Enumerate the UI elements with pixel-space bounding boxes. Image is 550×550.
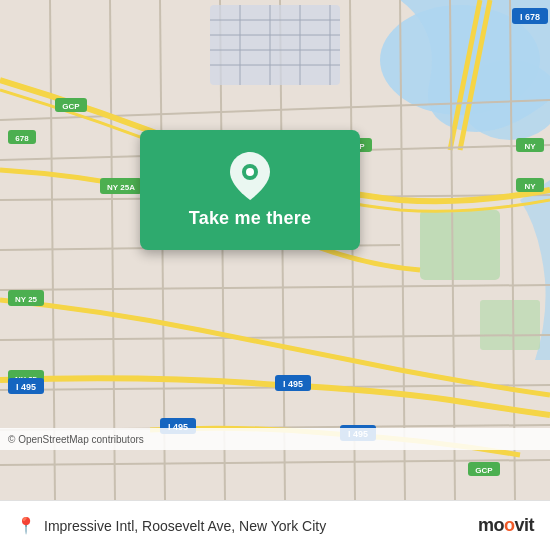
attribution-text: © OpenStreetMap contributors <box>8 434 144 445</box>
svg-text:GCP: GCP <box>475 466 493 475</box>
svg-rect-4 <box>480 300 540 350</box>
svg-text:678: 678 <box>15 134 29 143</box>
svg-text:NY: NY <box>524 182 536 191</box>
svg-text:I 678: I 678 <box>520 12 540 22</box>
svg-text:NY: NY <box>524 142 536 151</box>
footer-location-text: Impressive Intl, Roosevelt Ave, New York… <box>44 518 326 534</box>
attribution-bar: © OpenStreetMap contributors <box>0 428 550 450</box>
cta-button-label: Take me there <box>189 208 311 229</box>
svg-rect-53 <box>210 5 340 85</box>
map-container: I 495 I 495 I 495 I 678 NY 25 NY 25 NY 2… <box>0 0 550 500</box>
svg-text:GCP: GCP <box>62 102 80 111</box>
map-svg: I 495 I 495 I 495 I 678 NY 25 NY 25 NY 2… <box>0 0 550 500</box>
svg-text:NY 25: NY 25 <box>15 295 38 304</box>
svg-text:I 495: I 495 <box>283 379 303 389</box>
footer-bar: 📍 Impressive Intl, Roosevelt Ave, New Yo… <box>0 500 550 550</box>
location-pin-icon <box>230 152 270 200</box>
svg-text:I 495: I 495 <box>16 382 36 392</box>
location-icon: 📍 <box>16 516 36 535</box>
moovit-logo: moovit <box>478 515 534 536</box>
svg-rect-3 <box>420 210 500 280</box>
cta-card[interactable]: Take me there <box>140 130 360 250</box>
svg-point-63 <box>246 168 254 176</box>
svg-text:NY 25A: NY 25A <box>107 183 135 192</box>
